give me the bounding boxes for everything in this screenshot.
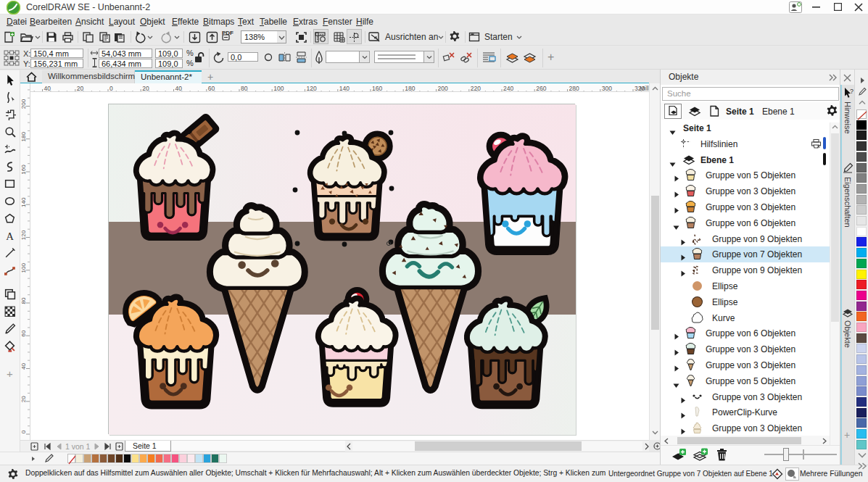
svg-text:180: 180 xyxy=(405,85,415,92)
svg-text:280: 280 xyxy=(569,85,579,92)
svg-text:60: 60 xyxy=(208,85,215,92)
svg-text:200: 200 xyxy=(20,99,27,109)
svg-text:160: 160 xyxy=(372,85,382,92)
svg-text:20: 20 xyxy=(20,396,27,402)
svg-text:80: 80 xyxy=(20,297,27,304)
svg-text:300: 300 xyxy=(602,85,612,92)
svg-text:20: 20 xyxy=(142,85,149,92)
svg-text:?: ? xyxy=(850,88,853,95)
svg-text:60: 60 xyxy=(20,330,27,336)
svg-text:120: 120 xyxy=(20,230,27,240)
svg-text:160: 160 xyxy=(20,165,27,175)
svg-text:80: 80 xyxy=(241,85,248,92)
svg-text:40: 40 xyxy=(20,363,27,370)
svg-text:240: 240 xyxy=(503,85,513,92)
svg-text:100: 100 xyxy=(273,85,284,92)
svg-text:140: 140 xyxy=(20,197,27,207)
svg-text:40: 40 xyxy=(44,85,51,92)
svg-text:200: 200 xyxy=(438,85,448,92)
svg-text:100: 100 xyxy=(20,263,27,273)
svg-text:40: 40 xyxy=(175,85,183,92)
svg-text:260: 260 xyxy=(536,85,546,92)
svg-text:180: 180 xyxy=(20,131,27,141)
svg-text:A: A xyxy=(6,230,14,242)
svg-text:Millimeter: Millimeter xyxy=(640,85,649,92)
svg-text:220: 220 xyxy=(471,85,481,92)
svg-text:0: 0 xyxy=(109,85,113,92)
svg-text:20: 20 xyxy=(77,85,84,92)
svg-text:0: 0 xyxy=(20,430,27,433)
svg-text:120: 120 xyxy=(307,85,317,92)
svg-text:140: 140 xyxy=(339,85,350,92)
